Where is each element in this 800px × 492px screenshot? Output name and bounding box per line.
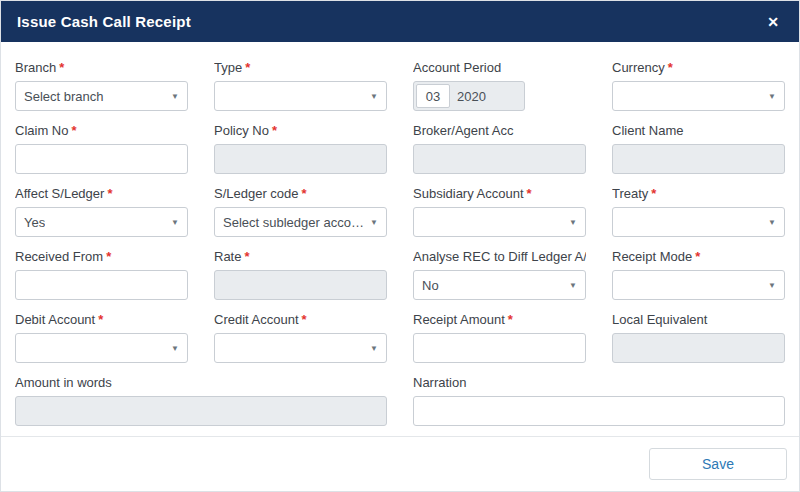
chevron-down-icon: ▼ [370,344,378,353]
field-affect-sledger: Affect S/Ledger* Yes ▼ [15,186,188,237]
chevron-down-icon: ▼ [171,344,179,353]
field-amount-in-words: Amount in words [15,375,387,426]
debit-account-label: Debit Account [15,312,95,327]
receipt-mode-select[interactable]: ▼ [612,270,785,300]
policy-no-input [214,144,387,174]
field-debit-account: Debit Account* ▼ [15,312,188,363]
account-period-group: 2020 [413,81,525,111]
client-name-input [612,144,785,174]
claim-no-label: Claim No [15,123,68,138]
currency-label: Currency [612,60,665,75]
field-receipt-mode: Receipt Mode* ▼ [612,249,785,300]
local-equivalent-label: Local Equivalent [612,312,707,327]
modal-footer: Save [1,436,799,491]
close-icon[interactable]: ✕ [763,11,783,33]
affect-sledger-label: Affect S/Ledger [15,186,104,201]
credit-account-label: Credit Account [214,312,299,327]
modal-header: Issue Cash Call Receipt ✕ [1,1,799,42]
field-subsidiary-account: Subsidiary Account* ▼ [413,186,586,237]
credit-account-select[interactable]: ▼ [214,333,387,363]
field-local-equivalent: Local Equivalent [612,312,785,363]
required-marker: * [272,123,277,138]
analyse-rec-select[interactable]: No ▼ [413,270,586,300]
broker-agent-acc-label: Broker/Agent Acc [413,123,513,138]
field-broker-agent-acc: Broker/Agent Acc [413,123,586,174]
type-label: Type [214,60,242,75]
chevron-down-icon: ▼ [370,218,378,227]
required-marker: * [651,186,656,201]
receipt-amount-label: Receipt Amount [413,312,505,327]
sledger-code-label: S/Ledger code [214,186,299,201]
field-narration: Narration [413,375,785,426]
claim-no-input[interactable] [15,144,188,174]
required-marker: * [527,186,532,201]
rate-input [214,270,387,300]
account-period-month-input[interactable] [416,84,450,108]
field-credit-account: Credit Account* ▼ [214,312,387,363]
sledger-code-select[interactable]: Select subledger acco… ▼ [214,207,387,237]
local-equivalent-input [612,333,785,363]
treaty-select[interactable]: ▼ [612,207,785,237]
subsidiary-account-label: Subsidiary Account [413,186,524,201]
narration-input[interactable] [413,396,785,426]
required-marker: * [302,312,307,327]
receipt-form: Branch* Select branch ▼ Type* ▼ Account … [1,42,799,436]
required-marker: * [244,249,249,264]
subsidiary-account-select[interactable]: ▼ [413,207,586,237]
analyse-rec-label: Analyse REC to Diff Ledger A/Cs [413,249,586,264]
receipt-mode-label: Receipt Mode [612,249,692,264]
receipt-amount-input[interactable] [413,333,586,363]
required-marker: * [668,60,673,75]
chevron-down-icon: ▼ [569,218,577,227]
account-period-year: 2020 [457,89,486,104]
field-analyse-rec: Analyse REC to Diff Ledger A/Cs No ▼ [413,249,586,300]
field-type: Type* ▼ [214,60,387,111]
field-currency: Currency* ▼ [612,60,785,111]
chevron-down-icon: ▼ [768,281,776,290]
chevron-down-icon: ▼ [171,92,179,101]
field-sledger-code: S/Ledger code* Select subledger acco… ▼ [214,186,387,237]
branch-select[interactable]: Select branch ▼ [15,81,188,111]
chevron-down-icon: ▼ [768,92,776,101]
required-marker: * [302,186,307,201]
save-button[interactable]: Save [649,448,787,480]
field-branch: Branch* Select branch ▼ [15,60,188,111]
required-marker: * [107,186,112,201]
treaty-label: Treaty [612,186,648,201]
chevron-down-icon: ▼ [370,92,378,101]
field-claim-no: Claim No* [15,123,188,174]
field-account-period: Account Period 2020 [413,60,586,111]
chevron-down-icon: ▼ [171,218,179,227]
modal-title: Issue Cash Call Receipt [17,13,191,30]
field-policy-no: Policy No* [214,123,387,174]
type-select[interactable]: ▼ [214,81,387,111]
client-name-label: Client Name [612,123,684,138]
field-received-from: Received From* [15,249,188,300]
field-receipt-amount: Receipt Amount* [413,312,586,363]
required-marker: * [98,312,103,327]
received-from-label: Received From [15,249,103,264]
amount-in-words-input [15,396,387,426]
required-marker: * [106,249,111,264]
rate-label: Rate [214,249,241,264]
chevron-down-icon: ▼ [768,218,776,227]
policy-no-label: Policy No [214,123,269,138]
field-treaty: Treaty* ▼ [612,186,785,237]
currency-select[interactable]: ▼ [612,81,785,111]
amount-in-words-label: Amount in words [15,375,112,390]
received-from-input[interactable] [15,270,188,300]
affect-sledger-select[interactable]: Yes ▼ [15,207,188,237]
required-marker: * [245,60,250,75]
field-rate: Rate* [214,249,387,300]
field-client-name: Client Name [612,123,785,174]
account-period-label: Account Period [413,60,501,75]
issue-cash-call-receipt-modal: Issue Cash Call Receipt ✕ Branch* Select… [0,0,800,492]
required-marker: * [71,123,76,138]
debit-account-select[interactable]: ▼ [15,333,188,363]
required-marker: * [59,60,64,75]
broker-agent-acc-input [413,144,586,174]
branch-label: Branch [15,60,56,75]
narration-label: Narration [413,375,466,390]
required-marker: * [695,249,700,264]
required-marker: * [508,312,513,327]
